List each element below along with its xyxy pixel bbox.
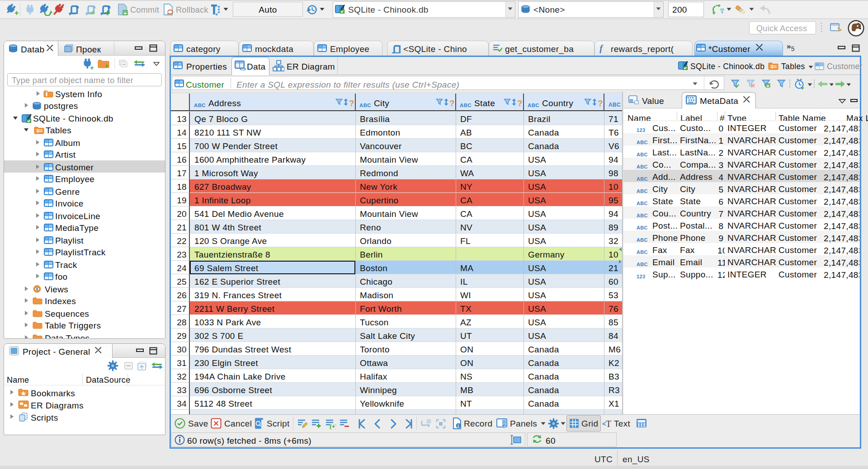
svg-text:T: T — [606, 419, 612, 428]
svg-text:(+): (+) — [330, 423, 336, 429]
svg-text:+: + — [14, 9, 19, 16]
svg-text:+: + — [105, 62, 108, 68]
svg-text:+: + — [90, 64, 94, 70]
svg-text:<>: <> — [240, 66, 246, 71]
svg-text:f: f — [599, 43, 604, 53]
svg-text:+: + — [503, 424, 506, 429]
svg-text:i: i — [458, 424, 459, 429]
